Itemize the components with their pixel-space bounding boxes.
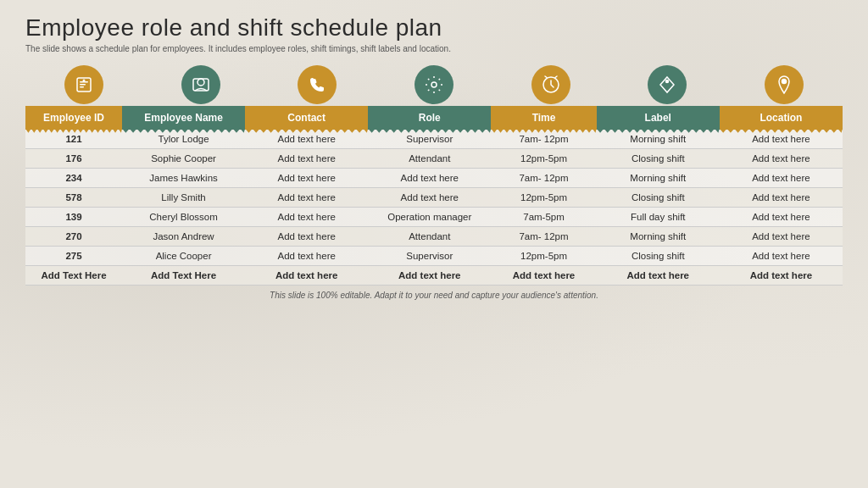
icon-contact <box>259 62 376 106</box>
table-row: 234James HawkinsAdd text hereAdd text he… <box>25 168 843 187</box>
cell-row6-col3: Supervisor <box>368 246 491 265</box>
cell-row7-col4: Add text here <box>491 265 596 285</box>
employee-name-icon <box>181 65 220 104</box>
table-row: Add Text HereAdd Text HereAdd text hereA… <box>25 265 843 285</box>
cell-row4-col3: Operation manager <box>368 207 491 226</box>
table-row: 275Alice CooperAdd text hereSupervisor12… <box>25 246 843 265</box>
cell-row5-col5: Morning shift <box>597 226 720 246</box>
cell-row5-col3: Attendant <box>368 226 491 246</box>
cell-row5-col2: Add text here <box>245 226 368 246</box>
icon-employee-id <box>25 62 142 106</box>
table-row: 578Lilly SmithAdd text hereAdd text here… <box>25 187 843 207</box>
cell-row4-col5: Full day shift <box>597 207 720 226</box>
cell-row5-col4: 7am- 12pm <box>491 226 596 246</box>
cell-row4-col6: Add text here <box>720 207 843 226</box>
cell-row2-col0: 234 <box>25 168 122 187</box>
cell-row3-col0: 578 <box>25 187 122 207</box>
table-row: 176Sophie CooperAdd text hereAttendant12… <box>25 148 843 168</box>
svg-rect-3 <box>80 86 84 88</box>
cell-row2-col1: James Hawkins <box>122 168 245 187</box>
cell-row3-col3: Add text here <box>368 187 491 207</box>
icons-row <box>25 62 843 106</box>
icon-label <box>609 62 726 106</box>
icon-time <box>492 62 609 106</box>
cell-row2-col4: 7am- 12pm <box>491 168 596 187</box>
cell-row6-col1: Alice Cooper <box>122 246 245 265</box>
cell-row7-col6: Add text here <box>720 265 843 285</box>
cell-row2-col6: Add text here <box>720 168 843 187</box>
col-header-time: Time <box>491 106 596 130</box>
contact-icon <box>298 65 337 104</box>
cell-row6-col5: Closing shift <box>597 246 720 265</box>
icon-role <box>376 62 492 106</box>
cell-row7-col2: Add text here <box>245 265 368 285</box>
svg-point-5 <box>198 79 204 86</box>
cell-row5-col0: 270 <box>25 226 122 246</box>
cell-row4-col2: Add text here <box>245 207 368 226</box>
cell-row5-col1: Jason Andrew <box>122 226 245 246</box>
schedule-table: Employee ID Employee Name Contact Role T… <box>25 106 843 286</box>
cell-row1-col2: Add text here <box>245 148 368 168</box>
cell-row1-col4: 12pm-5pm <box>491 148 596 168</box>
time-icon <box>531 65 570 104</box>
svg-point-4 <box>82 79 85 81</box>
footer-text: This slide is 100% editable. Adapt it to… <box>25 291 843 300</box>
page-title: Employee role and shift schedule plan <box>25 15 843 42</box>
employee-id-icon <box>64 65 103 104</box>
table-row: 270Jason AndrewAdd text hereAttendant7am… <box>25 226 843 246</box>
icon-location <box>726 62 843 106</box>
cell-row6-col2: Add text here <box>245 246 368 265</box>
svg-point-7 <box>431 82 437 87</box>
cell-row1-col6: Add text here <box>720 148 843 168</box>
role-icon <box>415 65 453 104</box>
page-subtitle: The slide shows a schedule plan for empl… <box>25 44 843 53</box>
svg-rect-2 <box>80 84 86 86</box>
cell-row1-col0: 176 <box>25 148 122 168</box>
cell-row6-col6: Add text here <box>720 246 843 265</box>
col-header-id: Employee ID <box>25 106 122 130</box>
cell-row7-col1: Add Text Here <box>122 265 245 285</box>
cell-row3-col5: Closing shift <box>597 187 720 207</box>
table-row: 139Cheryl BlossomAdd text hereOperation … <box>25 207 843 226</box>
icon-employee-name <box>142 62 259 106</box>
cell-row6-col4: 12pm-5pm <box>491 246 596 265</box>
cell-row1-col5: Closing shift <box>597 148 720 168</box>
cell-row6-col0: 275 <box>25 246 122 265</box>
col-header-contact: Contact <box>245 106 368 130</box>
label-icon <box>648 65 687 104</box>
cell-row3-col2: Add text here <box>245 187 368 207</box>
cell-row1-col3: Attendant <box>368 148 491 168</box>
cell-row2-col2: Add text here <box>245 168 368 187</box>
col-header-role: Role <box>368 106 491 130</box>
cell-row3-col1: Lilly Smith <box>122 187 245 207</box>
cell-row2-col3: Add text here <box>368 168 491 187</box>
cell-row5-col6: Add text here <box>720 226 843 246</box>
cell-row1-col1: Sophie Cooper <box>122 148 245 168</box>
location-icon <box>765 65 804 104</box>
cell-row7-col0: Add Text Here <box>25 265 122 285</box>
cell-row4-col4: 7am-5pm <box>491 207 596 226</box>
svg-point-10 <box>782 79 787 83</box>
cell-row3-col6: Add text here <box>720 187 843 207</box>
cell-row7-col3: Add text here <box>368 265 491 285</box>
svg-point-9 <box>666 80 669 82</box>
cell-row2-col5: Morning shift <box>597 168 720 187</box>
cell-row4-col0: 139 <box>25 207 122 226</box>
cell-row4-col1: Cheryl Blossom <box>122 207 245 226</box>
cell-row7-col5: Add text here <box>597 265 720 285</box>
col-header-location: Location <box>720 106 843 130</box>
col-header-name: Employee Name <box>122 106 245 130</box>
col-header-label: Label <box>597 106 720 130</box>
cell-row3-col4: 12pm-5pm <box>491 187 596 207</box>
